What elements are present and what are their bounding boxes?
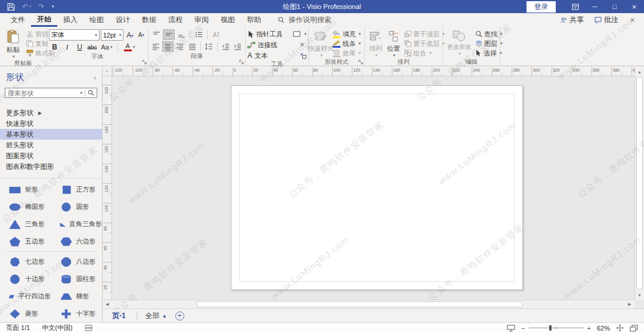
- add-page-button[interactable]: +: [175, 312, 184, 320]
- vertical-scroll-thumb[interactable]: [636, 77, 643, 289]
- strikethrough-button[interactable]: abc: [86, 42, 98, 53]
- text-direction-button[interactable]: A: [210, 29, 222, 40]
- align-center-button[interactable]: [162, 41, 174, 52]
- tab-数据[interactable]: 数据: [136, 13, 162, 27]
- font-family-select[interactable]: 宋体▾: [49, 29, 100, 41]
- line-spacing-button[interactable]: [203, 41, 215, 52]
- layers-button[interactable]: 图层▾: [473, 39, 504, 48]
- close-pane-icon[interactable]: ×: [624, 15, 640, 26]
- switch-windows-icon[interactable]: [630, 325, 638, 332]
- scroll-right-icon[interactable]: ▶: [625, 300, 634, 309]
- undo-icon[interactable]: ↶▾: [22, 2, 32, 11]
- search-dropdown-icon[interactable]: ▾: [78, 91, 85, 95]
- position-button[interactable]: 位置 ▾: [385, 28, 402, 58]
- change-case-button[interactable]: Aa▾: [99, 42, 114, 53]
- decrease-indent-button[interactable]: [220, 41, 231, 52]
- scroll-left-icon[interactable]: ◀: [103, 300, 112, 309]
- all-pages-button[interactable]: 全部▲: [145, 311, 167, 321]
- shape-七边形[interactable]: 七边形: [0, 253, 51, 270]
- shape-矩形[interactable]: 矩形: [0, 181, 51, 198]
- bullets-button[interactable]: [193, 29, 205, 40]
- align-bottom-button[interactable]: [175, 29, 187, 40]
- tab-流程[interactable]: 流程: [162, 13, 188, 27]
- fit-page-icon[interactable]: [616, 324, 624, 332]
- connection-point-tool-button[interactable]: [299, 51, 306, 60]
- paste-button[interactable]: 粘贴 ▾: [2, 28, 24, 59]
- zoom-level[interactable]: 62%: [597, 325, 610, 332]
- drawing-viewport[interactable]: [112, 76, 634, 300]
- horizontal-scroll-thumb[interactable]: [197, 301, 522, 307]
- redo-icon[interactable]: ↷: [39, 2, 45, 11]
- italic-button[interactable]: I: [61, 42, 73, 53]
- horizontal-scrollbar[interactable]: ◀ ▶: [103, 300, 634, 309]
- shape-梯形[interactable]: 梯形: [51, 288, 103, 305]
- category-基本形状[interactable]: 基本形状: [0, 129, 102, 140]
- shape-search-icon[interactable]: [85, 90, 97, 96]
- tab-审阅[interactable]: 审阅: [188, 13, 215, 27]
- tell-me-search[interactable]: 操作说明搜索: [278, 15, 332, 25]
- shape-平行四边形[interactable]: 平行四边形: [0, 288, 51, 305]
- tab-file[interactable]: 文件: [5, 13, 31, 27]
- tab-视图[interactable]: 视图: [215, 13, 241, 27]
- bold-button[interactable]: B: [49, 42, 60, 53]
- category-图表和数学图形[interactable]: 图表和数学图形: [0, 161, 102, 172]
- paragraph-dialog-launcher[interactable]: [239, 60, 244, 64]
- connector-tool-button[interactable]: 连接线: [247, 40, 277, 50]
- category-图案形状[interactable]: 图案形状: [0, 150, 102, 161]
- scroll-down-icon[interactable]: ▼: [635, 290, 644, 300]
- category-箭头形状[interactable]: 箭头形状: [0, 140, 102, 150]
- zoom-out-icon[interactable]: −: [521, 325, 525, 332]
- minimize-button[interactable]: ─: [585, 0, 605, 13]
- shape-styles-dialog-launcher[interactable]: [358, 60, 363, 64]
- font-size-select[interactable]: 12pt▾: [101, 29, 124, 41]
- text-tool-button[interactable]: A 文本: [247, 51, 268, 60]
- maximize-button[interactable]: □: [605, 0, 624, 13]
- comments-button[interactable]: 批注: [590, 14, 623, 26]
- page-tab-1[interactable]: 页-1: [110, 309, 128, 322]
- shape-正方形[interactable]: 正方形: [51, 181, 103, 198]
- line-button[interactable]: 线条▾: [331, 39, 363, 48]
- tab-设计[interactable]: 设计: [110, 13, 136, 27]
- status-page-info[interactable]: 页面 1/1: [6, 323, 30, 332]
- send-to-back-button[interactable]: 置于底层▾: [402, 39, 447, 48]
- shape-五边形[interactable]: 五边形: [0, 233, 51, 250]
- shape-十边形[interactable]: 十边形: [0, 270, 51, 288]
- shape-十字形[interactable]: 十字形: [51, 305, 103, 322]
- align-top-button[interactable]: [150, 29, 162, 40]
- select-button[interactable]: 选择▾: [473, 48, 504, 58]
- shape-六边形[interactable]: 六边形: [51, 233, 103, 250]
- macro-record-icon[interactable]: [85, 325, 92, 331]
- shape-八边形[interactable]: 八边形: [51, 253, 103, 270]
- find-button[interactable]: 查找▾: [473, 29, 504, 39]
- category-快速形状[interactable]: 快速形状: [0, 118, 102, 129]
- zoom-slider[interactable]: − +: [521, 325, 591, 332]
- align-right-button[interactable]: [174, 41, 185, 52]
- vertical-scrollbar[interactable]: ▲ ▼: [634, 67, 644, 300]
- zoom-thumb[interactable]: [549, 325, 552, 331]
- collapse-panel-icon[interactable]: ‹: [94, 74, 96, 81]
- increase-indent-button[interactable]: [232, 41, 243, 52]
- shape-直角三角形[interactable]: 直角三角形: [51, 215, 103, 233]
- scroll-up-icon[interactable]: ▲: [635, 67, 644, 76]
- presentation-mode-icon[interactable]: [507, 325, 515, 332]
- tab-帮助[interactable]: 帮助: [241, 13, 267, 27]
- pointer-tool-button[interactable]: 指针工具: [247, 29, 283, 39]
- close-button[interactable]: ×: [624, 0, 644, 13]
- qat-customize-icon[interactable]: ▾: [52, 4, 54, 9]
- change-shape-button[interactable]: 更改形状 ▾: [445, 28, 473, 56]
- group-button[interactable]: 组合▾: [402, 48, 447, 58]
- shape-圆形[interactable]: 圆形: [51, 198, 103, 215]
- effects-button[interactable]: 效果▾: [331, 48, 363, 58]
- font-color-button[interactable]: A ▾: [121, 42, 138, 53]
- shape-圆柱形[interactable]: 圆柱形: [51, 270, 103, 288]
- login-button[interactable]: 登录: [527, 1, 556, 13]
- shape-椭圆形[interactable]: 椭圆形: [0, 198, 51, 215]
- align-middle-button[interactable]: [163, 29, 175, 40]
- shape-search-input[interactable]: [5, 90, 78, 97]
- rectangle-tool-button[interactable]: ▾: [293, 29, 306, 39]
- drawing-page[interactable]: [231, 85, 523, 290]
- share-button[interactable]: 共享: [555, 14, 589, 26]
- shape-三角形[interactable]: 三角形: [0, 215, 51, 233]
- connection-point-delete-button[interactable]: ×: [300, 40, 306, 50]
- save-icon[interactable]: [7, 3, 15, 11]
